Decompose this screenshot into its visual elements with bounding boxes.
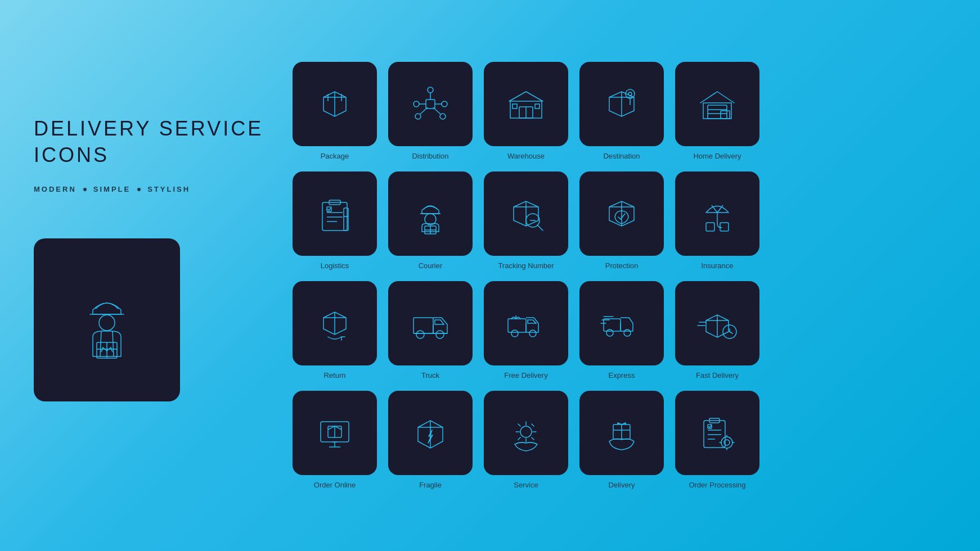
icon-label-package: Package [321,152,349,160]
icon-box-logistics [293,171,377,256]
dot-2 [137,188,141,191]
svg-rect-58 [508,319,526,332]
icons-grid: Package [293,62,946,489]
svg-point-79 [520,426,532,437]
icon-card-free-delivery: Free Delivery [484,281,568,380]
icon-box-distribution [388,62,473,146]
icon-label-logistics: Logistics [321,261,349,270]
icon-card-home-delivery: Home Delivery [675,62,759,160]
icon-box-fragile [388,391,473,475]
svg-point-12 [440,114,446,119]
icon-card-tracking-number: Tracking Number [484,171,568,270]
title-block: DELIVERY SERVICE ICONS MODERN SIMPLE STY… [34,116,270,194]
svg-rect-62 [604,319,621,331]
icon-box-protection [579,171,664,256]
svg-point-1 [99,315,115,331]
svg-rect-20 [513,104,517,109]
icon-label-destination: Destination [603,152,640,160]
icon-label-insurance: Insurance [701,261,733,270]
dot-1 [83,188,87,191]
icon-card-fast-delivery: Fast Delivery [675,281,759,380]
subtitle-simple: SIMPLE [93,185,131,193]
svg-point-9 [413,101,419,107]
icon-card-destination: Destination [579,62,664,160]
icon-box-warehouse [484,62,568,146]
icon-label-order-processing: Order Processing [689,481,745,489]
svg-rect-53 [720,223,729,231]
icon-card-package: Package [293,62,377,160]
icon-box-return [293,281,377,365]
svg-line-3 [113,331,114,356]
icon-label-service: Service [514,481,538,489]
icon-box-tracking-number [484,171,568,256]
svg-rect-54 [413,318,433,333]
icon-label-home-delivery: Home Delivery [693,152,741,160]
icon-label-warehouse: Warehouse [507,152,545,160]
icon-box-free-delivery [484,281,568,365]
featured-courier-icon [34,238,180,401]
icon-label-return: Return [323,371,345,380]
icon-label-delivery: Delivery [609,481,635,489]
icon-card-truck: Truck [388,281,473,380]
svg-rect-21 [535,104,540,109]
icon-label-truck: Truck [421,371,439,380]
icon-box-order-processing [675,391,759,475]
icon-card-logistics: Logistics [293,171,377,270]
icon-box-truck [388,281,473,365]
icon-box-order-online [293,391,377,475]
icon-label-distribution: Distribution [412,152,448,160]
icons-row-1: Package [293,62,946,160]
svg-point-89 [721,437,732,448]
icon-card-insurance: Insurance [675,171,759,270]
icon-card-service: Service [484,391,568,489]
icon-card-order-processing: Order Processing [675,391,759,489]
svg-point-8 [428,87,433,93]
svg-rect-52 [706,223,714,231]
svg-point-63 [606,329,613,336]
icon-box-insurance [675,171,759,256]
svg-point-55 [416,331,424,338]
icon-card-fragile: Fragile [388,391,473,489]
icon-card-distribution: Distribution [388,62,473,160]
icon-card-courier: Courier [388,171,473,270]
svg-rect-30 [721,111,730,119]
svg-line-2 [100,331,101,356]
svg-point-60 [529,330,536,337]
svg-point-56 [436,331,444,338]
svg-line-70 [730,332,732,333]
svg-rect-27 [708,105,727,119]
icon-box-express [579,281,664,365]
icon-label-protection: Protection [605,261,639,270]
svg-point-59 [511,330,518,337]
icon-card-return: Return [293,281,377,380]
icon-card-express: Express [579,281,664,380]
svg-line-45 [537,225,543,231]
icon-label-fast-delivery: Fast Delivery [696,371,739,380]
icon-label-courier: Courier [419,261,443,270]
icon-box-home-delivery [675,62,759,146]
svg-point-11 [415,114,421,119]
icon-label-express: Express [609,371,635,380]
icon-box-service [484,391,568,475]
svg-rect-83 [704,421,725,448]
icon-box-delivery [579,391,664,475]
icon-card-delivery: Delivery [579,391,664,489]
icon-card-order-online: Order Online [293,391,377,489]
icon-label-order-online: Order Online [314,481,356,489]
subtitle-row: MODERN SIMPLE STYLISH [34,185,270,193]
icon-label-free-delivery: Free Delivery [504,371,547,380]
page-title: DELIVERY SERVICE ICONS [34,116,270,169]
icon-card-warehouse: Warehouse [484,62,568,160]
subtitle-stylish: STYLISH [147,185,190,193]
svg-rect-37 [344,208,348,231]
svg-point-64 [624,329,631,336]
svg-point-10 [442,101,447,107]
icon-label-tracking-number: Tracking Number [498,261,554,270]
icon-box-package [293,62,377,146]
icon-box-fast-delivery [675,281,759,365]
icon-card-protection: Protection [579,171,664,270]
subtitle-modern: MODERN [34,185,77,193]
icons-row-4: Order Online Fragile [293,391,946,489]
svg-line-17 [433,107,440,114]
icons-row-3: Return [293,281,946,380]
